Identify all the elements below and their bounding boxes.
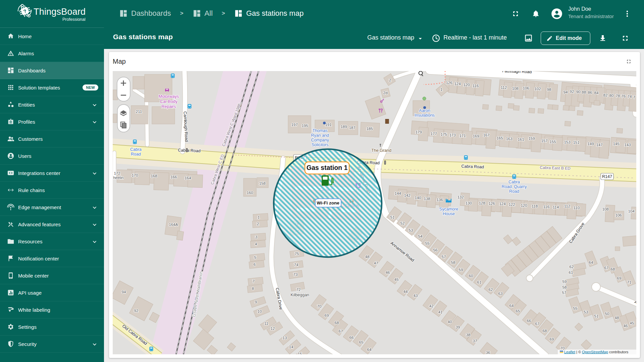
- svg-text:47: 47: [374, 261, 378, 265]
- svg-text:69: 69: [325, 313, 329, 317]
- svg-text:61: 61: [477, 280, 482, 284]
- svg-text:138: 138: [424, 197, 430, 201]
- svg-text:46: 46: [624, 324, 628, 328]
- svg-text:10: 10: [258, 309, 262, 313]
- svg-text:45: 45: [394, 278, 399, 282]
- svg-text:53: 53: [409, 228, 413, 232]
- svg-text:15: 15: [298, 352, 302, 354]
- svg-text:42: 42: [429, 304, 434, 308]
- svg-text:161: 161: [518, 137, 524, 141]
- svg-text:171: 171: [459, 134, 466, 138]
- svg-text:130: 130: [465, 201, 472, 205]
- svg-text:Cabra: Cabra: [508, 180, 520, 184]
- svg-text:173: 173: [449, 133, 455, 137]
- svg-text:Cabra Road: Cabra Road: [178, 148, 201, 153]
- svg-text:116: 116: [543, 205, 549, 209]
- svg-text:90: 90: [576, 90, 581, 94]
- svg-text:11: 11: [264, 321, 268, 325]
- svg-text:92: 92: [134, 309, 139, 313]
- svg-text:143: 143: [624, 143, 631, 147]
- svg-text:55: 55: [425, 241, 430, 245]
- svg-text:3: 3: [255, 235, 257, 239]
- svg-text:122: 122: [508, 202, 515, 206]
- svg-text:65: 65: [359, 340, 364, 344]
- svg-text:56: 56: [433, 248, 438, 252]
- svg-text:149: 149: [587, 142, 594, 146]
- svg-text:41: 41: [438, 310, 443, 314]
- svg-text:64: 64: [367, 348, 372, 352]
- svg-text:108: 108: [512, 86, 518, 90]
- svg-text:128: 128: [479, 201, 485, 205]
- svg-text:195: 195: [302, 124, 308, 128]
- svg-text:7: 7: [633, 95, 635, 99]
- svg-text:2: 2: [389, 78, 391, 82]
- svg-text:Car Body: Car Body: [160, 99, 178, 104]
- svg-text:114: 114: [553, 205, 559, 209]
- svg-text:167: 167: [483, 133, 489, 137]
- svg-text:38: 38: [466, 333, 471, 337]
- svg-text:64: 64: [589, 260, 593, 264]
- svg-text:Motorways: Motorways: [159, 94, 179, 99]
- svg-text:57: 57: [562, 291, 567, 295]
- svg-text:66: 66: [527, 319, 531, 323]
- svg-text:165: 165: [496, 136, 503, 140]
- svg-text:116: 116: [473, 84, 479, 88]
- svg-text:The Grand: The Grand: [371, 148, 391, 153]
- svg-text:142: 142: [404, 193, 410, 197]
- svg-text:45: 45: [630, 321, 634, 325]
- svg-text:43: 43: [414, 294, 418, 298]
- svg-text:159: 159: [528, 136, 535, 140]
- svg-text:147: 147: [596, 143, 602, 147]
- svg-text:118: 118: [532, 204, 538, 208]
- svg-text:189: 189: [340, 125, 347, 129]
- svg-text:51: 51: [390, 215, 395, 219]
- svg-text:153: 153: [564, 140, 570, 144]
- svg-text:51: 51: [594, 314, 599, 318]
- svg-text:46: 46: [386, 270, 390, 275]
- svg-text:112: 112: [501, 85, 507, 89]
- svg-text:64: 64: [509, 304, 514, 308]
- svg-text:170: 170: [131, 173, 138, 177]
- svg-text:73: 73: [293, 273, 298, 277]
- svg-text:67: 67: [604, 266, 609, 270]
- svg-text:4: 4: [255, 242, 257, 246]
- svg-text:13: 13: [283, 336, 287, 340]
- svg-text:94: 94: [564, 90, 568, 94]
- svg-text:65: 65: [516, 309, 520, 313]
- svg-text:66: 66: [350, 336, 354, 340]
- svg-text:Road: Road: [509, 189, 519, 194]
- svg-text:164A: 164A: [169, 223, 178, 227]
- svg-text:155: 155: [549, 140, 556, 144]
- svg-text:163: 163: [506, 137, 512, 141]
- svg-text:106: 106: [615, 213, 622, 217]
- svg-text:88: 88: [582, 90, 586, 94]
- svg-text:55: 55: [573, 306, 578, 310]
- svg-text:50: 50: [605, 312, 609, 316]
- svg-text:Cabra: Cabra: [130, 147, 142, 152]
- svg-text:84: 84: [594, 91, 599, 95]
- svg-text:R147: R147: [602, 174, 612, 179]
- svg-text:52: 52: [400, 221, 405, 225]
- svg-text:185: 185: [366, 127, 373, 131]
- svg-text:68: 68: [611, 267, 615, 271]
- svg-text:94: 94: [122, 290, 126, 294]
- svg-text:36: 36: [486, 351, 490, 354]
- svg-text:86: 86: [588, 90, 592, 95]
- svg-text:Aaron: Aaron: [419, 108, 430, 113]
- svg-text:House: House: [443, 212, 455, 216]
- svg-text:169: 169: [473, 134, 479, 138]
- svg-text:67: 67: [535, 322, 540, 326]
- svg-text:heelin: heelin: [113, 176, 124, 180]
- svg-text:191: 191: [325, 123, 331, 127]
- svg-text:59: 59: [459, 268, 463, 272]
- svg-text:175: 175: [440, 132, 447, 136]
- svg-text:158: 158: [259, 181, 265, 185]
- svg-text:177: 177: [430, 132, 437, 136]
- svg-text:12: 12: [271, 326, 275, 330]
- svg-text:Road: Road: [131, 152, 141, 157]
- svg-text:Solicitors: Solicitors: [312, 142, 329, 147]
- svg-text:53: 53: [584, 310, 588, 314]
- svg-text:70: 70: [317, 304, 322, 308]
- svg-text:Ryan and: Ryan and: [311, 133, 329, 138]
- svg-text:78: 78: [616, 94, 620, 98]
